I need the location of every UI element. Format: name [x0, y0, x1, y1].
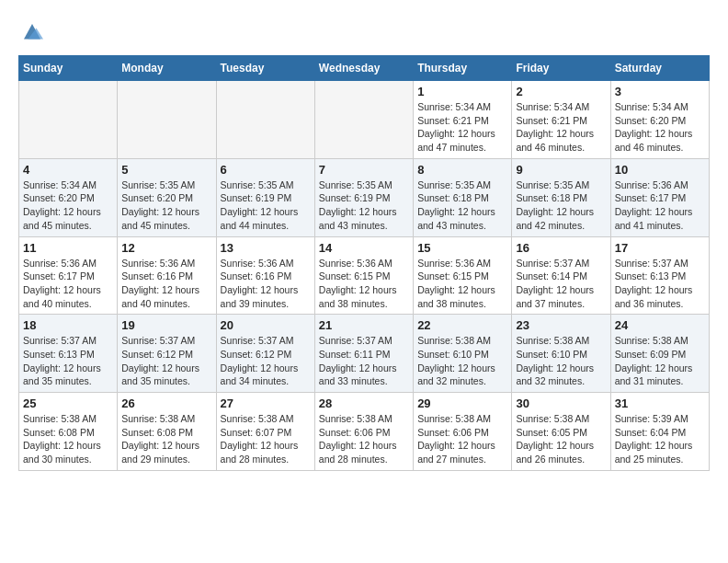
day-info: Sunrise: 5:38 AM Sunset: 6:10 PM Dayligh… [417, 334, 507, 388]
calendar-cell: 19Sunrise: 5:37 AM Sunset: 6:12 PM Dayli… [118, 315, 216, 393]
calendar-cell: 23Sunrise: 5:38 AM Sunset: 6:10 PM Dayli… [512, 315, 610, 393]
day-info: Sunrise: 5:34 AM Sunset: 6:20 PM Dayligh… [615, 100, 705, 155]
calendar-cell [19, 81, 118, 159]
col-header-thursday: Thursday [414, 56, 512, 81]
day-info: Sunrise: 5:36 AM Sunset: 6:16 PM Dayligh… [121, 257, 211, 311]
col-header-tuesday: Tuesday [216, 56, 314, 81]
calendar-cell [118, 81, 216, 159]
day-info: Sunrise: 5:36 AM Sunset: 6:16 PM Dayligh… [221, 257, 311, 311]
calendar-cell: 31Sunrise: 5:39 AM Sunset: 6:04 PM Dayli… [610, 393, 709, 471]
logo [18, 18, 51, 46]
day-number: 26 [121, 396, 211, 410]
day-number: 5 [121, 163, 211, 177]
calendar-cell: 4Sunrise: 5:34 AM Sunset: 6:20 PM Daylig… [19, 158, 118, 236]
day-info: Sunrise: 5:37 AM Sunset: 6:12 PM Dayligh… [121, 334, 211, 388]
day-info: Sunrise: 5:35 AM Sunset: 6:19 PM Dayligh… [221, 178, 311, 233]
day-number: 21 [319, 318, 409, 332]
day-number: 3 [615, 85, 705, 98]
day-info: Sunrise: 5:36 AM Sunset: 6:15 PM Dayligh… [417, 257, 507, 311]
day-info: Sunrise: 5:35 AM Sunset: 6:19 PM Dayligh… [319, 178, 409, 233]
calendar-week-row: 4Sunrise: 5:34 AM Sunset: 6:20 PM Daylig… [19, 158, 710, 236]
day-info: Sunrise: 5:38 AM Sunset: 6:08 PM Dayligh… [121, 412, 211, 466]
day-number: 30 [516, 396, 606, 410]
calendar-cell: 8Sunrise: 5:35 AM Sunset: 6:18 PM Daylig… [414, 158, 512, 236]
calendar-week-row: 18Sunrise: 5:37 AM Sunset: 6:13 PM Dayli… [19, 315, 710, 393]
day-info: Sunrise: 5:36 AM Sunset: 6:17 PM Dayligh… [23, 257, 113, 311]
calendar-cell: 15Sunrise: 5:36 AM Sunset: 6:15 PM Dayli… [414, 236, 512, 315]
day-info: Sunrise: 5:38 AM Sunset: 6:08 PM Dayligh… [23, 412, 113, 466]
calendar-cell: 22Sunrise: 5:38 AM Sunset: 6:10 PM Dayli… [414, 315, 512, 393]
day-info: Sunrise: 5:37 AM Sunset: 6:13 PM Dayligh… [615, 257, 705, 311]
day-info: Sunrise: 5:35 AM Sunset: 6:20 PM Dayligh… [121, 178, 211, 233]
calendar-table: SundayMondayTuesdayWednesdayThursdayFrid… [18, 55, 710, 471]
calendar-cell: 2Sunrise: 5:34 AM Sunset: 6:21 PM Daylig… [512, 81, 610, 159]
day-info: Sunrise: 5:34 AM Sunset: 6:21 PM Dayligh… [417, 100, 507, 155]
calendar-cell: 20Sunrise: 5:37 AM Sunset: 6:12 PM Dayli… [216, 315, 314, 393]
col-header-wednesday: Wednesday [314, 56, 413, 81]
day-number: 7 [319, 163, 409, 177]
calendar-cell: 7Sunrise: 5:35 AM Sunset: 6:19 PM Daylig… [314, 158, 413, 236]
day-number: 24 [615, 318, 705, 332]
calendar-cell [216, 81, 314, 159]
calendar-cell: 10Sunrise: 5:36 AM Sunset: 6:17 PM Dayli… [610, 158, 709, 236]
col-header-saturday: Saturday [610, 56, 709, 81]
day-number: 11 [23, 241, 113, 255]
calendar-cell: 30Sunrise: 5:38 AM Sunset: 6:05 PM Dayli… [512, 393, 610, 471]
day-info: Sunrise: 5:37 AM Sunset: 6:11 PM Dayligh… [319, 334, 409, 388]
day-info: Sunrise: 5:36 AM Sunset: 6:17 PM Dayligh… [615, 178, 705, 233]
calendar-cell: 3Sunrise: 5:34 AM Sunset: 6:20 PM Daylig… [610, 81, 709, 159]
calendar-cell: 13Sunrise: 5:36 AM Sunset: 6:16 PM Dayli… [216, 236, 314, 315]
calendar-cell: 1Sunrise: 5:34 AM Sunset: 6:21 PM Daylig… [414, 81, 512, 159]
day-number: 23 [516, 318, 606, 332]
day-info: Sunrise: 5:38 AM Sunset: 6:06 PM Dayligh… [417, 412, 507, 466]
calendar-cell: 6Sunrise: 5:35 AM Sunset: 6:19 PM Daylig… [216, 158, 314, 236]
day-info: Sunrise: 5:34 AM Sunset: 6:21 PM Dayligh… [516, 100, 606, 155]
calendar-cell: 18Sunrise: 5:37 AM Sunset: 6:13 PM Dayli… [19, 315, 118, 393]
day-number: 27 [221, 396, 311, 410]
calendar-cell: 12Sunrise: 5:36 AM Sunset: 6:16 PM Dayli… [118, 236, 216, 315]
logo-icon [18, 18, 46, 46]
day-number: 4 [23, 163, 113, 177]
calendar-cell: 21Sunrise: 5:37 AM Sunset: 6:11 PM Dayli… [314, 315, 413, 393]
calendar-cell: 11Sunrise: 5:36 AM Sunset: 6:17 PM Dayli… [19, 236, 118, 315]
day-number: 8 [417, 163, 507, 177]
calendar-cell: 17Sunrise: 5:37 AM Sunset: 6:13 PM Dayli… [610, 236, 709, 315]
day-number: 1 [417, 85, 507, 98]
calendar-cell: 14Sunrise: 5:36 AM Sunset: 6:15 PM Dayli… [314, 236, 413, 315]
day-number: 31 [615, 396, 705, 410]
day-number: 28 [319, 396, 409, 410]
calendar-cell: 24Sunrise: 5:38 AM Sunset: 6:09 PM Dayli… [610, 315, 709, 393]
day-info: Sunrise: 5:37 AM Sunset: 6:12 PM Dayligh… [221, 334, 311, 388]
day-number: 18 [23, 318, 113, 332]
col-header-monday: Monday [118, 56, 216, 81]
day-info: Sunrise: 5:36 AM Sunset: 6:15 PM Dayligh… [319, 257, 409, 311]
col-header-friday: Friday [512, 56, 610, 81]
day-number: 19 [121, 318, 211, 332]
day-info: Sunrise: 5:39 AM Sunset: 6:04 PM Dayligh… [615, 412, 705, 466]
calendar-cell: 25Sunrise: 5:38 AM Sunset: 6:08 PM Dayli… [19, 393, 118, 471]
day-number: 13 [221, 241, 311, 255]
day-number: 12 [121, 241, 211, 255]
day-info: Sunrise: 5:37 AM Sunset: 6:14 PM Dayligh… [516, 257, 606, 311]
calendar-cell: 16Sunrise: 5:37 AM Sunset: 6:14 PM Dayli… [512, 236, 610, 315]
day-info: Sunrise: 5:38 AM Sunset: 6:07 PM Dayligh… [221, 412, 311, 466]
day-info: Sunrise: 5:37 AM Sunset: 6:13 PM Dayligh… [23, 334, 113, 388]
calendar-week-row: 11Sunrise: 5:36 AM Sunset: 6:17 PM Dayli… [19, 236, 710, 315]
day-number: 29 [417, 396, 507, 410]
day-number: 15 [417, 241, 507, 255]
calendar-cell: 5Sunrise: 5:35 AM Sunset: 6:20 PM Daylig… [118, 158, 216, 236]
calendar-cell: 9Sunrise: 5:35 AM Sunset: 6:18 PM Daylig… [512, 158, 610, 236]
day-number: 9 [516, 163, 606, 177]
day-number: 16 [516, 241, 606, 255]
calendar-header-row: SundayMondayTuesdayWednesdayThursdayFrid… [19, 56, 710, 81]
calendar-cell: 29Sunrise: 5:38 AM Sunset: 6:06 PM Dayli… [414, 393, 512, 471]
calendar-cell: 27Sunrise: 5:38 AM Sunset: 6:07 PM Dayli… [216, 393, 314, 471]
calendar-week-row: 1Sunrise: 5:34 AM Sunset: 6:21 PM Daylig… [19, 81, 710, 159]
day-info: Sunrise: 5:38 AM Sunset: 6:05 PM Dayligh… [516, 412, 606, 466]
day-number: 6 [221, 163, 311, 177]
page-header [18, 18, 710, 46]
day-number: 14 [319, 241, 409, 255]
day-number: 17 [615, 241, 705, 255]
day-number: 25 [23, 396, 113, 410]
day-number: 2 [516, 85, 606, 98]
